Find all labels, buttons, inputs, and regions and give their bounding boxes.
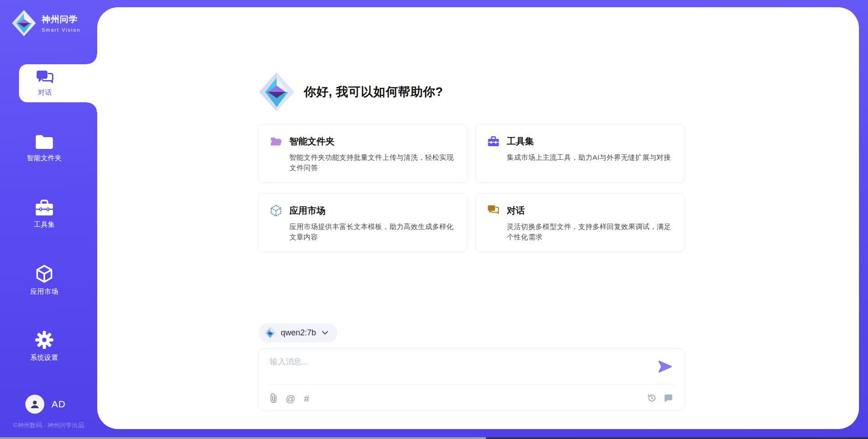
card-title: 工具集 [507,135,534,148]
send-button[interactable] [658,360,672,373]
mention-icon[interactable]: @ [286,394,295,403]
history-button[interactable] [647,393,656,403]
sidebar-item-app-market[interactable]: 应用市场 [18,264,71,296]
greeting-text: 你好, 我可以如何帮助你? [304,84,443,100]
brand-diamond-logo-icon [12,10,36,36]
sidebar-item-settings[interactable]: 系统设置 [18,330,71,362]
sidebar-item-label: 智能文件夹 [27,154,62,162]
brand-subtitle: Smart Vision [42,27,80,33]
brand: 神州问学 Smart Vision [12,10,80,36]
avatar [25,395,44,414]
card-title: 对话 [507,205,525,217]
card-description: 智能文件夹功能支持批量文件上传与清洗，轻松实现文件问答 [289,152,455,173]
model-diamond-logo-icon [264,327,276,339]
card-description: 应用市场提供丰富长文本模板，助力高效生成多样化文章内容 [289,221,455,243]
folder-icon [35,134,54,150]
card-description: 集成市场上主流工具，助力AI与外界无缝扩展与对接 [507,152,673,162]
toolbox-icon [487,135,500,148]
chat-template-button[interactable] [664,394,673,402]
sidebar-footer: ©神州数码 · 神州问学出品 [0,421,97,429]
toolbox-icon [35,199,54,216]
attachment-button[interactable] [270,393,277,404]
sidebar-item-label: 工具集 [34,220,55,229]
window-bottom-edge [0,437,868,439]
history-icon [647,393,656,403]
card-app-market[interactable]: 应用市场 应用市场提供丰富长文本模板，助力高效生成多样化文章内容 [258,193,467,252]
open-folder-icon [270,135,282,148]
card-toolset[interactable]: 工具集 集成市场上主流工具，助力AI与外界无缝扩展与对接 [475,124,685,183]
card-title: 智能文件夹 [289,135,335,148]
sidebar-item-label: 对话 [38,88,52,97]
chat-template-icon [664,394,673,402]
greeting: 你好, 我可以如何帮助你? [259,72,443,111]
brand-name: 神州问学 [42,14,80,25]
sidebar-item-smart-folder[interactable]: 智能文件夹 [18,134,71,162]
chat-icon [36,70,54,85]
chevron-down-icon [322,331,328,335]
composer-divider [269,384,674,384]
greeting-diamond-logo-icon [259,72,295,111]
model-name: qwen2:7b [281,328,316,338]
card-chat[interactable]: 对话 灵活切换多模型文件，支持多样回复效果调试，满足个性化需求 [475,193,685,252]
message-input[interactable] [270,356,632,382]
attachment-icon [270,393,277,404]
gear-icon [35,330,54,349]
chat-bubbles-icon [487,205,500,217]
send-icon [658,360,672,373]
card-title: 应用市场 [289,205,326,217]
card-description: 灵活切换多模型文件，支持多样回复效果调试，满足个性化需求 [507,221,673,243]
model-selector[interactable]: qwen2:7b [259,323,337,343]
feature-cards: 智能文件夹 智能文件夹功能支持批量文件上传与清洗，轻松实现文件问答 工具集 集成… [258,124,685,252]
user-profile[interactable]: AD [25,395,66,414]
cube-grid-icon [270,205,282,217]
user-avatar-icon [29,399,40,410]
cube-icon [35,264,54,283]
app-window: 神州问学 Smart Vision 对话 智能文件夹 [0,0,868,439]
sidebar-item-toolset[interactable]: 工具集 [18,199,71,229]
sidebar-item-label: 系统设置 [30,353,58,362]
message-composer: @ # [258,348,685,411]
sidebar-item-chat[interactable]: 对话 [19,64,97,102]
sidebar-item-label: 应用市场 [30,287,58,296]
card-smart-folder[interactable]: 智能文件夹 智能文件夹功能支持批量文件上传与清洗，轻松实现文件问答 [258,124,467,183]
hashtag-icon[interactable]: # [304,394,309,403]
user-label: AD [52,399,66,410]
